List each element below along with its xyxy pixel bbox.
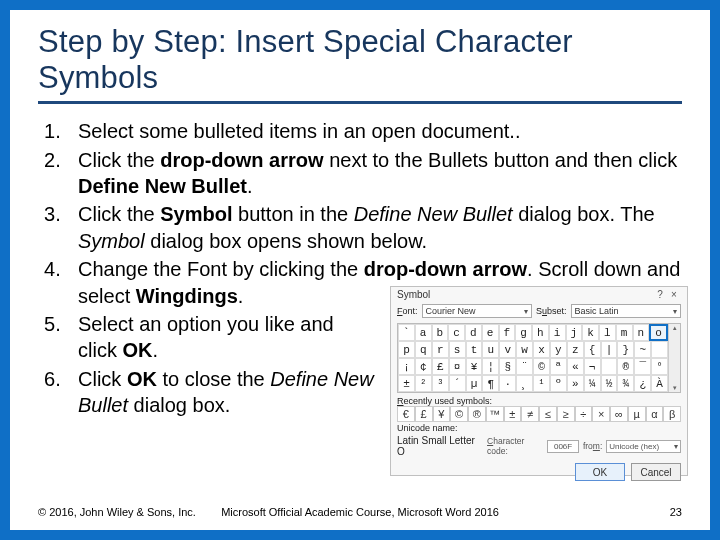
symbol-cell[interactable]: y xyxy=(550,341,567,358)
symbol-cell[interactable]: o xyxy=(649,324,668,341)
recent-symbol-cell[interactable]: ¥ xyxy=(433,406,451,422)
symbol-cell[interactable]: ¡ xyxy=(398,358,415,375)
chevron-down-icon: ▾ xyxy=(524,307,528,316)
symbol-cell[interactable]: ° xyxy=(651,358,668,375)
symbol-cell[interactable]: ½ xyxy=(601,375,618,392)
symbol-cell[interactable]: g xyxy=(515,324,532,341)
symbol-cell[interactable]: i xyxy=(549,324,566,341)
ok-button[interactable]: OK xyxy=(575,463,625,481)
recent-symbol-cell[interactable]: £ xyxy=(415,406,433,422)
recent-symbol-cell[interactable]: ∞ xyxy=(610,406,628,422)
symbol-cell[interactable]: º xyxy=(550,375,567,392)
unicode-name-value: Latin Small Letter O xyxy=(397,435,479,457)
symbol-cell[interactable]: r xyxy=(432,341,449,358)
symbol-cell[interactable]: ­ xyxy=(601,358,618,375)
font-dropdown[interactable]: Courier New ▾ xyxy=(422,304,532,318)
recent-symbol-cell[interactable]: ≤ xyxy=(539,406,557,422)
symbol-cell[interactable]: } xyxy=(617,341,634,358)
recent-symbol-cell[interactable]: © xyxy=(450,406,468,422)
symbol-cell[interactable]: « xyxy=(567,358,584,375)
recent-symbol-cell[interactable]: β xyxy=(663,406,681,422)
recent-symbol-cell[interactable]: × xyxy=(592,406,610,422)
recent-label: Recently used symbols: xyxy=(391,395,687,406)
symbol-cell[interactable]: ´ xyxy=(449,375,466,392)
symbol-cell[interactable]: p xyxy=(398,341,415,358)
symbol-cell[interactable]: ¬ xyxy=(584,358,601,375)
symbol-cell[interactable]: ¾ xyxy=(617,375,634,392)
symbol-cell[interactable]: ~ xyxy=(634,341,651,358)
recent-symbol-cell[interactable]: ± xyxy=(504,406,522,422)
symbol-cell[interactable]: q xyxy=(415,341,432,358)
symbol-cell[interactable]: ¨ xyxy=(516,358,533,375)
symbol-cell[interactable]: w xyxy=(516,341,533,358)
chevron-down-icon: ▾ xyxy=(674,442,678,451)
symbol-cell[interactable]: ² xyxy=(415,375,432,392)
symbol-cell[interactable]: a xyxy=(415,324,432,341)
symbol-cell[interactable]: ¶ xyxy=(482,375,499,392)
symbol-cell[interactable]: c xyxy=(448,324,465,341)
symbol-cell[interactable]: ¥ xyxy=(466,358,483,375)
subset-dropdown[interactable]: Basic Latin ▾ xyxy=(571,304,681,318)
recent-symbol-cell[interactable]: ≥ xyxy=(557,406,575,422)
symbol-cell[interactable]: b xyxy=(432,324,449,341)
symbol-cell[interactable]: e xyxy=(482,324,499,341)
scroll-up-icon[interactable]: ▴ xyxy=(673,324,677,332)
recent-symbol-cell[interactable]: ÷ xyxy=(575,406,593,422)
symbol-cell[interactable]: © xyxy=(533,358,550,375)
char-code-label: Character code: xyxy=(487,436,543,456)
symbol-cell[interactable]: ¢ xyxy=(415,358,432,375)
symbol-cell[interactable]: m xyxy=(616,324,633,341)
symbol-cell[interactable]: h xyxy=(532,324,549,341)
char-code-input[interactable]: 006F xyxy=(547,440,579,453)
symbol-cell[interactable]: f xyxy=(499,324,516,341)
cancel-button[interactable]: Cancel xyxy=(631,463,681,481)
slide: Step by Step: Insert Special Character S… xyxy=(0,0,720,540)
symbol-cell[interactable]: t xyxy=(466,341,483,358)
recent-symbol-cell[interactable]: € xyxy=(397,406,415,422)
from-dropdown[interactable]: Unicode (hex) ▾ xyxy=(606,440,681,453)
scroll-down-icon[interactable]: ▾ xyxy=(673,384,677,392)
symbol-cell[interactable]: » xyxy=(567,375,584,392)
symbol-cell[interactable]: v xyxy=(499,341,516,358)
symbol-cell[interactable]: | xyxy=(601,341,618,358)
symbol-cell[interactable]: n xyxy=(633,324,650,341)
recent-symbol-cell[interactable]: ≠ xyxy=(521,406,539,422)
chevron-down-icon: ▾ xyxy=(673,307,677,316)
close-icon[interactable]: × xyxy=(667,289,681,300)
symbol-cell[interactable]: z xyxy=(567,341,584,358)
symbol-cell[interactable]: d xyxy=(465,324,482,341)
symbol-cell[interactable]: x xyxy=(533,341,550,358)
symbol-cell[interactable]: § xyxy=(499,358,516,375)
grid-scrollbar[interactable]: ▴ ▾ xyxy=(668,324,680,392)
symbol-cell[interactable]: ¤ xyxy=(449,358,466,375)
symbol-cell[interactable]: ® xyxy=(617,358,634,375)
symbol-cell[interactable]: l xyxy=(599,324,616,341)
symbol-cell[interactable]: ` xyxy=(398,324,415,341)
symbol-cell[interactable]: s xyxy=(449,341,466,358)
symbol-cell[interactable]: k xyxy=(582,324,599,341)
symbol-cell[interactable] xyxy=(651,341,668,358)
symbol-cell[interactable]: ¸ xyxy=(516,375,533,392)
symbol-cell[interactable]: ¿ xyxy=(634,375,651,392)
symbol-cell[interactable]: ¯ xyxy=(634,358,651,375)
symbol-cell[interactable]: µ xyxy=(466,375,483,392)
font-value: Courier New xyxy=(426,306,476,316)
symbol-cell[interactable]: ª xyxy=(550,358,567,375)
recent-symbol-cell[interactable]: ® xyxy=(468,406,486,422)
recent-symbol-cell[interactable]: α xyxy=(646,406,664,422)
symbol-cell[interactable]: j xyxy=(566,324,583,341)
symbol-cell[interactable]: ¦ xyxy=(482,358,499,375)
symbol-cell[interactable]: À xyxy=(651,375,668,392)
symbol-cell[interactable]: ³ xyxy=(432,375,449,392)
symbol-cell[interactable]: { xyxy=(584,341,601,358)
symbol-cell[interactable]: £ xyxy=(432,358,449,375)
symbol-cell[interactable]: ¼ xyxy=(584,375,601,392)
symbol-cell[interactable]: u xyxy=(482,341,499,358)
symbol-cell[interactable]: · xyxy=(499,375,516,392)
dialog-title: Symbol xyxy=(397,289,430,300)
symbol-cell[interactable]: ± xyxy=(398,375,415,392)
recent-symbol-cell[interactable]: ™ xyxy=(486,406,504,422)
recent-symbol-cell[interactable]: µ xyxy=(628,406,646,422)
symbol-cell[interactable]: ¹ xyxy=(533,375,550,392)
dialog-help-button[interactable]: ? xyxy=(653,289,667,300)
